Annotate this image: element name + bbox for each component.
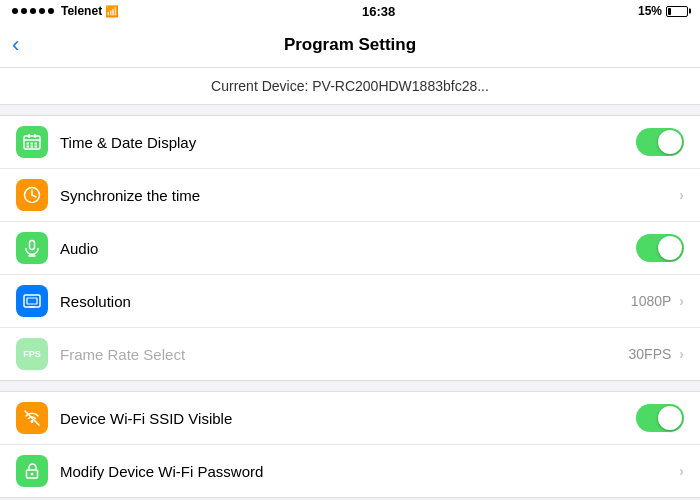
toggle-knob — [658, 130, 682, 154]
wifi-password-chevron: › — [679, 463, 684, 479]
status-left: Telenet 📶 — [12, 4, 119, 18]
battery-icon — [666, 6, 688, 17]
signal-dot-4 — [39, 8, 45, 14]
status-right: 15% — [638, 4, 688, 18]
svg-rect-17 — [27, 298, 37, 304]
frame-rate-icon: FPS — [16, 338, 48, 370]
svg-rect-2 — [28, 134, 30, 138]
frame-rate-label: Frame Rate Select — [60, 346, 629, 363]
battery-fill — [668, 8, 671, 15]
row-audio[interactable]: Audio — [0, 222, 700, 275]
svg-rect-6 — [35, 143, 38, 145]
frame-rate-value: 30FPS — [629, 346, 672, 362]
wifi-ssid-toggle[interactable] — [636, 404, 684, 432]
signal-dot-5 — [48, 8, 54, 14]
wifi-password-label: Modify Device Wi-Fi Password — [60, 463, 673, 480]
sync-time-chevron: › — [679, 187, 684, 203]
back-button[interactable]: ‹ — [12, 32, 19, 58]
row-time-date-display[interactable]: Time & Date Display — [0, 116, 700, 169]
signal-dot-3 — [30, 8, 36, 14]
svg-rect-9 — [35, 146, 38, 148]
svg-rect-3 — [34, 134, 36, 138]
row-synchronize-time[interactable]: Synchronize the time › — [0, 169, 700, 222]
svg-rect-5 — [31, 143, 34, 145]
wifi-icon: 📶 — [105, 5, 119, 18]
audio-label: Audio — [60, 240, 636, 257]
resolution-label: Resolution — [60, 293, 631, 310]
audio-icon — [16, 232, 48, 264]
device-banner: Current Device: PV-RC200HDW1883bfc28... — [0, 68, 700, 105]
section-1: Time & Date Display Synchronize the time… — [0, 115, 700, 381]
status-time: 16:38 — [362, 4, 395, 19]
wifi-ssid-label: Device Wi-Fi SSID Visible — [60, 410, 636, 427]
audio-toggle[interactable] — [636, 234, 684, 262]
signal-dot-2 — [21, 8, 27, 14]
row-wifi-ssid[interactable]: Device Wi-Fi SSID Visible — [0, 392, 700, 445]
audio-toggle-knob — [658, 236, 682, 260]
signal-dot-1 — [12, 8, 18, 14]
device-label: Current Device: PV-RC200HDW1883bfc28... — [211, 78, 489, 94]
frame-rate-chevron: › — [679, 346, 684, 362]
nav-title: Program Setting — [284, 35, 416, 55]
row-frame-rate[interactable]: FPS Frame Rate Select 30FPS › — [0, 328, 700, 380]
sync-time-icon — [16, 179, 48, 211]
svg-rect-7 — [27, 146, 30, 148]
nav-bar: ‹ Program Setting — [0, 22, 700, 68]
status-bar: Telenet 📶 16:38 15% — [0, 0, 700, 22]
svg-rect-4 — [27, 143, 30, 145]
resolution-icon — [16, 285, 48, 317]
carrier-label: Telenet — [61, 4, 102, 18]
wifi-ssid-icon — [16, 402, 48, 434]
svg-rect-13 — [30, 241, 35, 250]
svg-point-21 — [31, 473, 34, 476]
section-2: Device Wi-Fi SSID Visible Modify Device … — [0, 391, 700, 498]
battery-percent: 15% — [638, 4, 662, 18]
svg-line-12 — [32, 195, 36, 197]
time-date-toggle[interactable] — [636, 128, 684, 156]
row-wifi-password[interactable]: Modify Device Wi-Fi Password › — [0, 445, 700, 497]
resolution-value: 1080P — [631, 293, 671, 309]
resolution-chevron: › — [679, 293, 684, 309]
sync-time-label: Synchronize the time — [60, 187, 673, 204]
time-date-label: Time & Date Display — [60, 134, 636, 151]
row-resolution[interactable]: Resolution 1080P › — [0, 275, 700, 328]
time-date-icon — [16, 126, 48, 158]
svg-rect-8 — [31, 146, 34, 148]
wifi-ssid-toggle-knob — [658, 406, 682, 430]
wifi-password-icon — [16, 455, 48, 487]
